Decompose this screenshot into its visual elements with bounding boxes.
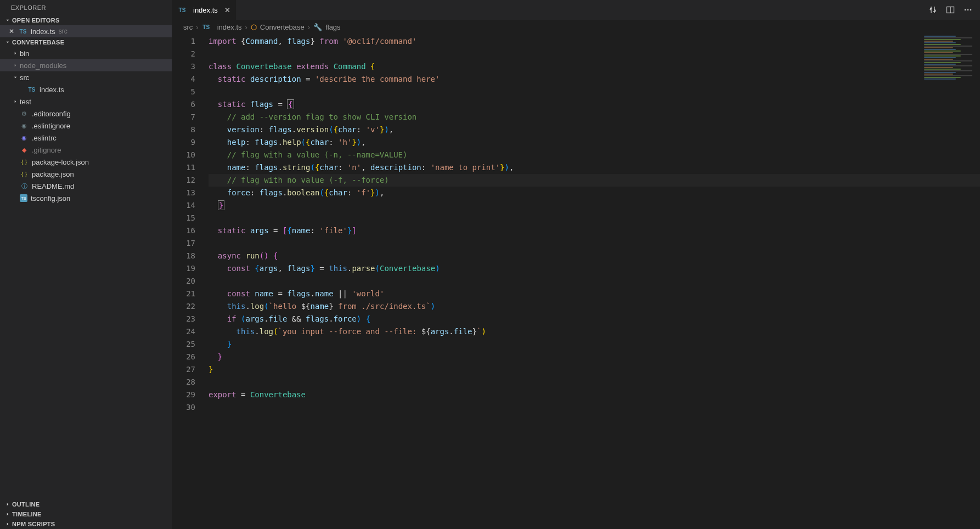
chevron-right-icon: › (196, 23, 198, 31)
breadcrumb-segment[interactable]: Convertebase (260, 23, 305, 31)
code-line[interactable]: // add --version flag to show CLI versio… (209, 111, 980, 123)
code-line[interactable]: version: flags.version({char: 'v'}), (209, 123, 980, 136)
outline-label: OUTLINE (12, 501, 40, 508)
code-line[interactable]: help: flags.help({char: 'h'}), (209, 136, 980, 149)
code-line[interactable]: const name = flags.name || 'world' (209, 288, 980, 300)
code-line[interactable]: name: flags.string({char: 'n', descripti… (209, 161, 980, 174)
tree-item-label: index.ts (40, 86, 64, 94)
code-line[interactable]: const {args, flags} = this.parse(Convert… (209, 262, 980, 275)
explorer-sidebar: EXPLORER OPEN EDITORS ✕ TS index.ts src … (0, 0, 172, 529)
code-line[interactable] (209, 376, 980, 389)
code-line[interactable]: static description = 'describe the comma… (209, 73, 980, 86)
open-editors-header[interactable]: OPEN EDITORS (0, 15, 172, 25)
npm-scripts-header[interactable]: NPM SCRIPTS (0, 519, 172, 529)
chevron-icon (11, 63, 20, 68)
line-gutter: 1234567891011121314151617181920212223242… (172, 34, 209, 529)
code-line[interactable]: class Convertebase extends Command { (209, 60, 980, 73)
code-line[interactable] (209, 212, 980, 224)
chevron-right-icon: › (308, 23, 310, 31)
code-line[interactable]: } (209, 338, 980, 351)
info-icon: ⓘ (20, 182, 29, 190)
code-line[interactable]: import {Command, flags} from '@oclif/com… (209, 35, 980, 48)
tree-item-label: package.json (32, 170, 74, 178)
svg-point-2 (965, 9, 966, 11)
code-line[interactable]: this.log(`hello ${name} from ./src/index… (209, 300, 980, 313)
breadcrumb-segment[interactable]: index.ts (217, 23, 242, 31)
code-line[interactable]: this.log(`you input --force and --file: … (209, 325, 980, 338)
editor-tab[interactable]: TS index.ts ✕ (172, 0, 236, 20)
open-editor-filename: index.ts (31, 27, 55, 36)
more-icon[interactable] (964, 5, 972, 14)
tree-item-label: bin (20, 49, 29, 58)
code-line[interactable]: if (args.file && flags.force) { (209, 313, 980, 325)
symbol-class-icon: ⬡ (251, 23, 257, 31)
folder-item[interactable]: test (0, 95, 172, 108)
file-item[interactable]: ⓘREADME.md (0, 180, 172, 192)
editor-area[interactable]: 1234567891011121314151617181920212223242… (172, 34, 980, 529)
gear-icon: ⚙ (20, 109, 29, 118)
project-header[interactable]: CONVERTEBASE (0, 37, 172, 47)
file-item[interactable]: ⚙.editorconfig (0, 108, 172, 120)
code-line[interactable]: force: flags.boolean({char: 'f'}), (209, 187, 980, 199)
ts-icon: TS (202, 22, 211, 31)
minimap[interactable] (922, 35, 975, 95)
outline-header[interactable]: OUTLINE (0, 499, 172, 509)
code-line[interactable] (209, 48, 980, 60)
ts-icon: TS (178, 5, 187, 14)
symbol-property-icon: 🔧 (313, 23, 322, 31)
tree-item-label: README.md (32, 182, 74, 190)
code-line[interactable]: } (209, 351, 980, 363)
svg-point-3 (967, 9, 969, 11)
breadcrumb[interactable]: src › TS index.ts › ⬡ Convertebase › 🔧 f… (172, 20, 980, 34)
file-item[interactable]: TStsconfig.json (0, 192, 172, 204)
eslint-icon: ◉ (20, 133, 29, 142)
split-editor-icon[interactable] (946, 5, 955, 14)
code-line[interactable]: } (209, 199, 980, 212)
code-line[interactable] (209, 401, 980, 414)
code-line[interactable]: // flag with a value (-n, --name=VALUE) (209, 149, 980, 161)
tab-bar: TS index.ts ✕ (172, 0, 980, 20)
tsconfig-icon: TS (20, 194, 27, 202)
tab-filename: index.ts (193, 6, 218, 14)
file-tree: binnode_modulessrcTSindex.tstest⚙.editor… (0, 47, 172, 204)
chevron-icon (11, 75, 20, 80)
code-line[interactable]: static args = [{name: 'file'}] (209, 224, 980, 237)
code-line[interactable]: } (209, 363, 980, 376)
json-icon: { } (20, 157, 29, 166)
folder-item[interactable]: node_modules (0, 59, 172, 71)
file-item[interactable]: ◉.eslintignore (0, 120, 172, 132)
tree-item-label: .gitignore (32, 146, 61, 154)
chevron-right-icon: › (245, 23, 247, 31)
file-item[interactable]: ◆.gitignore (0, 144, 172, 156)
close-icon[interactable]: ✕ (7, 27, 16, 35)
breadcrumb-segment[interactable]: src (183, 23, 193, 31)
project-label: CONVERTEBASE (12, 39, 64, 46)
file-item[interactable]: TSindex.ts (0, 83, 172, 95)
code-line[interactable] (209, 86, 980, 98)
close-icon[interactable]: ✕ (224, 6, 230, 14)
code-line[interactable] (209, 237, 980, 250)
chevron-right-icon (3, 521, 12, 527)
folder-item[interactable]: bin (0, 47, 172, 59)
editor-main: TS index.ts ✕ src › TS index.ts › ⬡ Conv… (172, 0, 980, 529)
tree-item-label: src (20, 74, 29, 82)
chevron-down-icon (3, 18, 12, 23)
code-line[interactable]: static flags = { (209, 98, 980, 111)
compare-icon[interactable] (928, 5, 937, 14)
file-item[interactable]: { }package.json (0, 168, 172, 180)
file-item[interactable]: { }package-lock.json (0, 156, 172, 168)
folder-item[interactable]: src (0, 71, 172, 83)
code-content[interactable]: import {Command, flags} from '@oclif/com… (209, 34, 980, 529)
open-editor-item[interactable]: ✕ TS index.ts src (0, 25, 172, 37)
code-line[interactable]: async run() { (209, 250, 980, 262)
tree-item-label: node_modules (20, 61, 66, 70)
timeline-header[interactable]: TIMELINE (0, 509, 172, 519)
open-editor-hint: src (59, 27, 67, 35)
breadcrumb-segment[interactable]: flags (325, 23, 340, 31)
timeline-label: TIMELINE (12, 511, 42, 517)
code-line[interactable]: // flag with no value (-f, --force) (209, 174, 980, 187)
file-item[interactable]: ◉.eslintrc (0, 132, 172, 144)
chevron-right-icon (3, 502, 12, 507)
code-line[interactable] (209, 275, 980, 288)
code-line[interactable]: export = Convertebase (209, 389, 980, 401)
